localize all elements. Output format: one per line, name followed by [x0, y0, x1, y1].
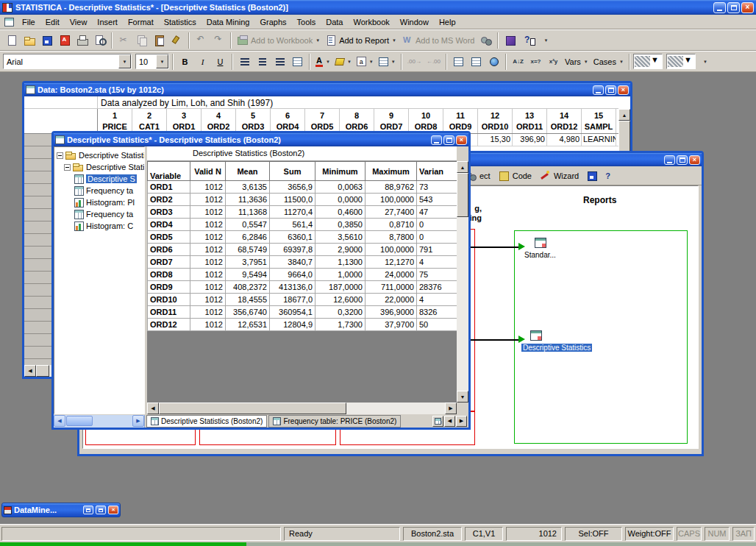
- column-header[interactable]: 13 ORD11: [513, 109, 547, 133]
- cell[interactable]: 47: [417, 206, 457, 219]
- wizard-button[interactable]: Wizard: [539, 170, 579, 181]
- decrease-decimals-button[interactable]: ←.00: [424, 53, 443, 71]
- scroll-down-icon[interactable]: ▼: [457, 391, 468, 403]
- cell[interactable]: 100,0000: [365, 244, 417, 256]
- cell[interactable]: 27,7400: [365, 206, 417, 219]
- maximize-button[interactable]: [677, 155, 688, 165]
- glossary-button[interactable]: [502, 32, 518, 49]
- cell[interactable]: 360954,1: [270, 306, 315, 319]
- redo-button[interactable]: [210, 32, 227, 49]
- maximize-button[interactable]: [605, 85, 616, 95]
- cell[interactable]: 396,9000: [365, 306, 417, 319]
- cell[interactable]: 0,8710: [365, 219, 417, 231]
- cell[interactable]: 1012: [190, 256, 226, 269]
- cell[interactable]: 12,1270: [365, 256, 417, 269]
- web-button[interactable]: [485, 53, 502, 71]
- cell[interactable]: 1012: [190, 281, 226, 294]
- copy-button[interactable]: [133, 32, 150, 49]
- menu-item[interactable]: File: [17, 16, 40, 28]
- cell[interactable]: 1,7300: [315, 319, 365, 331]
- chevron-down-icon[interactable]: ▼: [651, 55, 662, 68]
- format-cells-button[interactable]: [450, 53, 467, 71]
- cell[interactable]: 0,0000: [315, 194, 365, 206]
- insert-cells-button[interactable]: [468, 53, 485, 71]
- column-header[interactable]: 4 ORD2: [202, 109, 236, 133]
- fill-color-button[interactable]: ▼: [333, 53, 354, 71]
- pattern-combo-1[interactable]: ▼: [633, 54, 663, 69]
- column-header[interactable]: 12 ORD10: [478, 109, 513, 133]
- column-header[interactable]: 1 PRICE: [98, 109, 132, 133]
- data-cell[interactable]: 396,90: [513, 134, 547, 146]
- row-header[interactable]: ORD3: [148, 206, 190, 219]
- row-header[interactable]: ORD10: [148, 294, 190, 306]
- tree-item-frequency-table-1[interactable]: Frequency ta: [54, 185, 144, 196]
- report-node-icon[interactable]: [530, 330, 542, 341]
- format-painter-button[interactable]: [168, 32, 185, 49]
- close-button[interactable]: ×: [741, 2, 754, 13]
- toolbar-options-button[interactable]: ▼: [696, 53, 713, 71]
- row-header[interactable]: ORD8: [148, 269, 190, 281]
- tree-folder[interactable]: Descriptive Statis: [54, 161, 144, 173]
- maximize-button[interactable]: [727, 2, 740, 13]
- font-color-button[interactable]: A▼: [313, 53, 332, 71]
- code-button[interactable]: Code: [498, 170, 532, 181]
- cell[interactable]: 73: [417, 181, 457, 194]
- cell[interactable]: 9664,0: [270, 269, 315, 281]
- scroll-right-icon[interactable]: ▶: [132, 415, 144, 427]
- scroll-up-icon[interactable]: ▲: [457, 161, 468, 173]
- tree-item-histogram-2[interactable]: Histogram: C: [54, 220, 144, 232]
- tree-item-histogram-1[interactable]: Histogram: Pl: [54, 196, 144, 208]
- merge-cells-button[interactable]: [289, 53, 306, 71]
- cell[interactable]: 0,4600: [315, 206, 365, 219]
- open-button[interactable]: [21, 32, 38, 49]
- cell[interactable]: 791: [417, 244, 457, 256]
- font-size-combo[interactable]: 10 ▼: [135, 54, 169, 69]
- bold-button[interactable]: B: [176, 53, 193, 71]
- column-header[interactable]: 10 ORD8: [409, 109, 443, 133]
- cell[interactable]: 88,9762: [365, 181, 417, 194]
- context-help-button[interactable]: [519, 32, 536, 49]
- scroll-left-icon[interactable]: ◀: [54, 415, 65, 427]
- scroll-right-icon[interactable]: ▶: [445, 403, 457, 414]
- macro-button[interactable]: [477, 32, 494, 49]
- cell[interactable]: 11270,4: [270, 206, 315, 219]
- report-node-icon[interactable]: [535, 238, 546, 248]
- column-header[interactable]: Varian: [417, 162, 457, 181]
- cell[interactable]: 408,2372: [226, 281, 270, 294]
- cell[interactable]: 0: [417, 219, 457, 231]
- cell[interactable]: 0: [417, 231, 457, 244]
- cell[interactable]: 543: [417, 194, 457, 206]
- maximize-button[interactable]: [96, 506, 106, 514]
- print-preview-button[interactable]: [91, 32, 108, 49]
- pattern-combo-2[interactable]: ▼: [666, 54, 696, 69]
- column-header[interactable]: Valid N: [190, 162, 226, 181]
- cell[interactable]: 3,7951: [226, 256, 270, 269]
- row-header[interactable]: ORD11: [148, 306, 190, 319]
- tree-horizontal-scrollbar[interactable]: ◀ ▶: [54, 415, 145, 428]
- column-header[interactable]: 3 ORD1: [167, 109, 202, 133]
- cell[interactable]: 2,9000: [315, 244, 365, 256]
- scroll-up-icon[interactable]: ▲: [618, 109, 630, 121]
- sort-button[interactable]: A↓Z: [510, 53, 527, 71]
- increase-decimals-button[interactable]: .00→: [405, 53, 424, 71]
- cell[interactable]: 12,6531: [226, 319, 270, 331]
- column-header[interactable]: 11 ORD9: [443, 109, 478, 133]
- cell-format-button[interactable]: a▼: [354, 53, 376, 71]
- column-header[interactable]: 8 ORD6: [340, 109, 374, 133]
- stats-titlebar[interactable]: Descriptive Statistics* - Descriptive St…: [54, 133, 468, 146]
- menu-item[interactable]: Window: [395, 16, 434, 28]
- menu-item[interactable]: Edit: [40, 16, 65, 28]
- cell[interactable]: 1012: [190, 244, 226, 256]
- add-to-ms-word-button[interactable]: Add to MS Word: [399, 32, 477, 49]
- scroll-track[interactable]: [346, 403, 445, 414]
- cell[interactable]: 711,0000: [365, 281, 417, 294]
- cell[interactable]: 0,5547: [226, 219, 270, 231]
- italic-button[interactable]: I: [194, 53, 211, 71]
- cell[interactable]: 11,3636: [226, 194, 270, 206]
- close-button[interactable]: ×: [456, 135, 467, 145]
- column-header[interactable]: 2 CAT1: [132, 109, 167, 133]
- cell[interactable]: 12,6000: [315, 294, 365, 306]
- tab-scroll-right-icon[interactable]: ▶: [456, 416, 467, 427]
- cell[interactable]: 1012: [190, 306, 226, 319]
- cell[interactable]: 12804,9: [270, 319, 315, 331]
